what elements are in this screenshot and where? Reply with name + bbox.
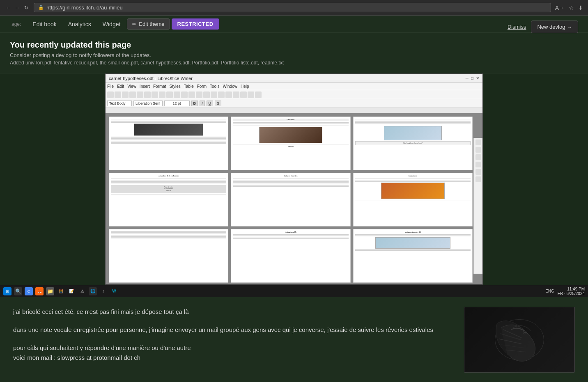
menu-styles[interactable]: Styles [170,84,181,89]
start-button[interactable]: ⊞ [3,287,11,295]
notification-actions: Dismiss New devlog → [508,21,578,33]
page-text-content: j'ai bricolé ceci cet été, ce n'est pas … [13,307,454,371]
sidebar-icon-6[interactable] [475,176,481,182]
lock-icon: 🔒 [38,5,44,10]
menu-form[interactable]: Form [197,84,207,89]
taskbar-lang: ENG [545,289,554,293]
minimize-icon[interactable]: ─ [466,76,469,80]
taskbar-clock: 11:49 PM FR · 6/25/2024 [558,287,585,296]
lo-page-3: "I don't really know what my form is" [353,117,473,170]
fontsize-dropdown[interactable]: 12 pt [164,101,190,106]
toolbar-align-center[interactable] [203,91,210,98]
toolbar-underline[interactable] [188,91,195,98]
toolbar-paste[interactable] [166,91,173,98]
lo-page-9: lectures récentes (2) [353,229,473,283]
taskbar-app1[interactable]: 📝 [67,287,76,295]
windows-taskbar: ⊞ 🔍 C 🦊 📁 🧮 📝 ⚠ 🌐 ♪ W ENG 11:49 PM FR · … [0,285,588,297]
toolbar-copy[interactable] [159,91,165,98]
toolbar-undo[interactable] [137,91,143,98]
taskbar-lo[interactable]: W [110,287,118,295]
font-dropdown[interactable]: Liberation Serif [133,101,163,106]
taskbar-system-tray: ENG 11:49 PM FR · 6/25/2024 [545,287,585,296]
toolbar-save[interactable] [122,91,129,98]
toolbar-image[interactable] [240,91,247,98]
nav-analytics[interactable]: Analytics [63,18,96,30]
toolbar-bold[interactable] [174,91,180,98]
back-icon[interactable]: ← [5,5,11,11]
sidebar-icon-4[interactable] [475,162,481,167]
toolbar-italic[interactable] [181,91,188,98]
lo-page-6: textuations [353,173,473,226]
toolbar-align-right[interactable] [211,91,217,98]
taskbar-app2[interactable]: ⚠ [78,287,86,295]
toolbar-align-left[interactable] [196,91,202,98]
menu-view[interactable]: View [127,84,136,89]
toolbar-new[interactable] [107,91,114,98]
menu-edit[interactable]: Edit [117,84,124,89]
lo-right-sidebar [473,138,482,274]
page-text-section: j'ai bricolé ceci cet été, ce n'est pas … [0,297,588,382]
taskbar-calc[interactable]: 🧮 [57,287,65,295]
new-devlog-button[interactable]: New devlog → [531,21,578,33]
menu-help[interactable]: Help [241,84,249,89]
page-label: age: [7,19,26,30]
dismiss-button[interactable]: Dismiss [508,24,526,30]
lo-document-pages: l'interface indéfinie "I don't really kn… [106,113,482,285]
nav-edit-book[interactable]: Edit book [28,18,61,30]
taskbar-firefox[interactable]: 🦊 [35,287,44,295]
sidebar-icon-2[interactable] [475,147,481,153]
taskbar-browser2[interactable]: 🌐 [89,287,97,295]
italic-button[interactable]: I [200,101,205,106]
nav-edit-theme-button[interactable]: ✏ Edit theme [127,18,170,30]
page-para-1: j'ai bricolé ceci cet été, ce n'est pas … [13,307,454,317]
toolbar-table[interactable] [233,91,239,98]
toolbar-cut[interactable] [152,91,158,98]
download-icon[interactable]: ⬇ [578,5,583,11]
toolbar-open[interactable] [115,91,121,98]
libreoffice-screenshot: carnet-hypotheses.odt - LibreOffice Writ… [105,73,483,285]
underline-button[interactable]: U [207,101,214,106]
reload-icon[interactable]: ↻ [23,5,30,11]
translate-icon[interactable]: A→ [555,5,565,11]
pencil-icon: ✏ [132,21,136,27]
nav-widget[interactable]: Widget [98,18,126,30]
toolbar-redo[interactable] [144,91,151,98]
edit-theme-label: Edit theme [139,21,164,27]
toolbar-print[interactable] [129,91,136,98]
forward-icon[interactable]: → [14,5,21,11]
taskbar-date: FR · 6/25/2024 [558,291,585,296]
menu-table[interactable]: Table [184,84,194,89]
lo-menubar: File Edit View Insert Format Styles Tabl… [106,83,482,90]
address-bar[interactable]: 🔒 https://girl-moss.itch.io/au-milieu [34,3,551,12]
maximize-icon[interactable]: □ [471,76,473,80]
lo-window-controls: ─ □ ✕ [466,76,479,80]
sidebar-icon-1[interactable] [475,140,481,145]
toolbar-justify[interactable] [218,91,225,98]
toolbar-spell[interactable] [255,91,262,98]
toolbar-find[interactable] [248,91,254,98]
notification-description: Consider posting a devlog to notify foll… [10,52,578,58]
menu-tools[interactable]: Tools [210,84,219,89]
sidebar-icon-5[interactable] [475,169,481,175]
browser-right-icons: A→ ☆ ⬇ [555,5,583,11]
menu-window[interactable]: Window [223,84,237,89]
taskbar-search[interactable]: 🔍 [14,287,22,295]
lo-titlebar: carnet-hypotheses.odt - LibreOffice Writ… [106,74,482,83]
menu-insert[interactable]: Insert [140,84,150,89]
sidebar-icon-3[interactable] [475,154,481,160]
strikethrough-button[interactable]: S [215,101,221,106]
taskbar-chrome[interactable]: C [25,287,33,295]
style-dropdown[interactable]: Text Body [107,101,132,106]
taskbar-files[interactable]: 📁 [46,287,54,295]
toolbar-list[interactable] [225,91,232,98]
lo-title: carnet-hypotheses.odt - LibreOffice Writ… [109,76,193,81]
page-thumbnail [464,307,575,373]
taskbar-time: 11:49 PM [558,287,585,291]
star-icon[interactable]: ☆ [569,5,574,11]
menu-file[interactable]: File [107,84,114,89]
bold-button[interactable]: B [191,101,198,106]
menu-format[interactable]: Format [153,84,166,89]
close-icon[interactable]: ✕ [476,76,479,80]
taskbar-music[interactable]: ♪ [99,287,108,295]
restricted-button[interactable]: RESTRICTED [172,18,219,30]
